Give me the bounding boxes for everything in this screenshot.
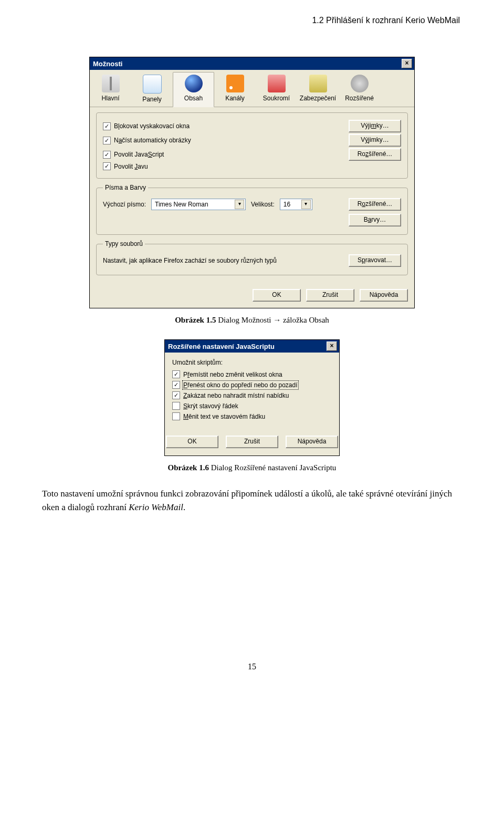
figure-caption-2: Obrázek 1.6 Dialog Rozšířené nastavení J… <box>42 463 462 472</box>
tab-label: Obsah <box>184 95 203 102</box>
section-heading: Umožnit skriptům: <box>172 359 332 366</box>
tab-label: Kanály <box>225 95 245 102</box>
checkbox-enable-javascript[interactable]: ✓ Povolit JavaScript <box>103 151 164 159</box>
close-button[interactable]: × <box>327 341 337 351</box>
dialog-title: Možnosti <box>93 60 122 68</box>
gear-icon <box>351 75 369 92</box>
group-file-types: Typy souborů Nastavit, jak aplikace Fire… <box>96 240 408 275</box>
checkbox-icon: ✓ <box>172 381 180 389</box>
font-value: Times New Roman <box>155 199 208 210</box>
fonts-advanced-button[interactable]: Rozšířené… <box>349 198 401 211</box>
tab-soukromi[interactable]: Soukromí <box>256 72 297 107</box>
checkbox-label: Blokovat vyskakovací okna <box>114 122 190 130</box>
tab-panely[interactable]: Panely <box>131 72 173 107</box>
checkbox-label: Skrýt stavový řádek <box>183 402 238 410</box>
checkbox-icon: ✓ <box>103 162 111 170</box>
checkbox-icon: ✓ <box>103 151 111 159</box>
group-fonts-colors: Písma a Barvy Výchozí písmo: Times New R… <box>96 184 408 235</box>
ok-button[interactable]: OK <box>166 436 218 448</box>
checkbox-label: Načíst automaticky obrázky <box>114 137 191 144</box>
checkbox-label: Zakázat nebo nahradit místní nabídku <box>183 392 289 399</box>
rss-icon <box>226 75 244 92</box>
help-button[interactable]: Nápověda <box>286 436 338 448</box>
tab-hlavni[interactable]: Hlavní <box>90 72 131 107</box>
chevron-down-icon: ▾ <box>301 200 311 209</box>
font-size-label: Velikost: <box>251 201 275 208</box>
manage-button[interactable]: Spravovat… <box>349 254 401 267</box>
panels-icon <box>143 75 162 94</box>
checkbox-context-menu[interactable]: ✓ Zakázat nebo nahradit místní nabídku <box>172 391 332 399</box>
checkbox-icon <box>172 412 180 420</box>
figure-caption-1: Obrázek 1.5 Dialog Možnosti → záložka Ob… <box>42 316 462 325</box>
tab-label: Rozšířené <box>345 95 374 102</box>
font-select[interactable]: Times New Roman ▾ <box>151 199 246 210</box>
group-legend: Písma a Barvy <box>103 184 148 191</box>
dialog-title: Rozšířené nastavení JavaScriptu <box>168 343 275 350</box>
checkbox-icon: ✓ <box>103 137 111 144</box>
close-button[interactable]: × <box>402 59 412 68</box>
default-font-label: Výchozí písmo: <box>103 201 146 208</box>
tab-obsah[interactable]: Obsah <box>173 72 214 107</box>
tab-rozsirene[interactable]: Rozšířené <box>339 72 380 107</box>
tab-label: Soukromí <box>263 95 290 102</box>
running-header: 1.2 Přihlášení k rozhraní Kerio WebMail <box>42 16 462 25</box>
ok-button[interactable]: OK <box>253 289 301 302</box>
checkbox-block-popups[interactable]: ✓ Blokovat vyskakovací okna <box>103 122 190 130</box>
checkbox-icon <box>172 402 180 410</box>
checkbox-label: Povolit JavaScript <box>114 151 164 158</box>
slider-icon <box>102 75 120 92</box>
tab-kanaly[interactable]: Kanály <box>214 72 256 107</box>
chevron-down-icon: ▾ <box>235 200 244 209</box>
tab-zabezpeceni[interactable]: Zabezpečení <box>297 72 339 107</box>
font-size-select[interactable]: 16 ▾ <box>280 199 312 210</box>
checkbox-hide-statusbar[interactable]: Skrýt stavový řádek <box>172 402 332 410</box>
checkbox-raise-lower[interactable]: ✓ Přenést okno do popředí nebo do pozadí <box>172 381 332 389</box>
globe-icon <box>185 75 203 92</box>
colors-button[interactable]: Barvy… <box>349 214 401 226</box>
tab-label: Zabezpečení <box>300 95 336 102</box>
cancel-button[interactable]: Zrušit <box>226 436 278 448</box>
page-number: 15 <box>42 662 462 671</box>
checkbox-load-images[interactable]: ✓ Načíst automaticky obrázky <box>103 137 191 144</box>
lock-icon <box>309 75 327 92</box>
advanced-js-button[interactable]: Rozšířené… <box>349 148 401 161</box>
dialog-titlebar: Rozšířené nastavení JavaScriptu × <box>165 340 339 353</box>
dialog-moznosti: Možnosti × Hlavní Panely Obsah Kanály So… <box>89 57 415 308</box>
font-size-value: 16 <box>284 199 290 210</box>
file-types-text: Nastavit, jak aplikace Firefox zachází s… <box>103 257 277 264</box>
checkbox-enable-java[interactable]: ✓ Povolit Javu <box>103 162 148 170</box>
dialog-javascript-advanced: Rozšířené nastavení JavaScriptu × Umožni… <box>164 339 340 456</box>
exceptions-button-1[interactable]: Výjimky… <box>349 120 401 132</box>
dialog-titlebar: Možnosti × <box>90 57 414 70</box>
exceptions-button-2[interactable]: Výjimky… <box>349 134 401 147</box>
tab-label: Hlavní <box>101 95 119 102</box>
body-paragraph: Toto nastavení umožní správnou funkci zo… <box>42 487 462 515</box>
tabs-toolbar: Hlavní Panely Obsah Kanály Soukromí Zabe… <box>90 70 414 107</box>
group-legend: Typy souborů <box>103 240 145 247</box>
checkbox-icon: ✓ <box>172 370 180 378</box>
help-button[interactable]: Nápověda <box>360 289 408 302</box>
checkbox-icon: ✓ <box>103 122 111 130</box>
group-general: ✓ Blokovat vyskakovací okna Výjimky… ✓ N… <box>96 112 408 179</box>
checkbox-label: Přemístit nebo změnit velikost okna <box>183 371 282 378</box>
privacy-icon <box>268 75 286 92</box>
checkbox-label: Povolit Javu <box>114 163 148 170</box>
checkbox-move-resize[interactable]: ✓ Přemístit nebo změnit velikost okna <box>172 370 332 378</box>
cancel-button[interactable]: Zrušit <box>306 289 354 302</box>
tab-label: Panely <box>142 96 162 103</box>
checkbox-icon: ✓ <box>172 391 180 399</box>
checkbox-label: Měnit text ve stavovém řádku <box>183 413 265 420</box>
checkbox-label: Přenést okno do popředí nebo do pozadí <box>183 381 298 389</box>
checkbox-change-status-text[interactable]: Měnit text ve stavovém řádku <box>172 412 332 420</box>
